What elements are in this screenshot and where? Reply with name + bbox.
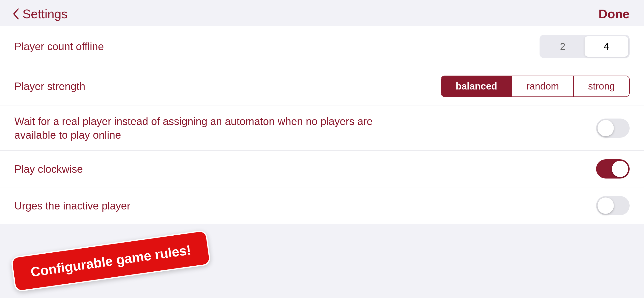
toggle-knob [598,198,614,214]
toggle-knob [612,161,628,177]
player-count-label: Player count offline [14,40,374,53]
strength-random[interactable]: random [512,76,574,96]
player-count-2[interactable]: 2 [541,36,584,57]
urges-inactive-row: Urges the inactive player [0,187,644,224]
bottom-area: Configurable game rules! [0,224,644,298]
game-rules-badge: Configurable game rules! [10,230,211,292]
urges-inactive-toggle[interactable] [596,196,630,215]
urges-inactive-label: Urges the inactive player [14,199,374,213]
player-count-4[interactable]: 4 [584,36,628,57]
play-clockwise-row: Play clockwise [0,151,644,187]
toggle-knob [598,120,614,136]
back-button[interactable]: Settings [12,7,68,21]
done-button[interactable]: Done [598,7,630,21]
player-count-row: Player count offline 2 4 [0,26,644,67]
player-count-control[interactable]: 2 4 [540,35,630,58]
play-clockwise-toggle[interactable] [596,159,630,179]
back-label: Settings [22,7,68,21]
wait-real-player-row: Wait for a real player instead of assign… [0,106,644,151]
settings-screen: Settings Done Player count offline 2 4 P… [0,0,644,298]
header: Settings Done [0,0,644,26]
strength-balanced[interactable]: balanced [441,76,512,96]
play-clockwise-label: Play clockwise [14,162,374,176]
player-strength-row: Player strength balanced random strong [0,67,644,106]
player-strength-label: Player strength [14,79,374,93]
settings-list: Player count offline 2 4 Player strength… [0,26,644,224]
player-strength-control[interactable]: balanced random strong [441,76,630,97]
wait-real-player-label: Wait for a real player instead of assign… [14,114,374,142]
wait-real-player-toggle[interactable] [596,118,630,138]
strength-strong[interactable]: strong [574,76,629,96]
chevron-left-icon [12,7,20,21]
